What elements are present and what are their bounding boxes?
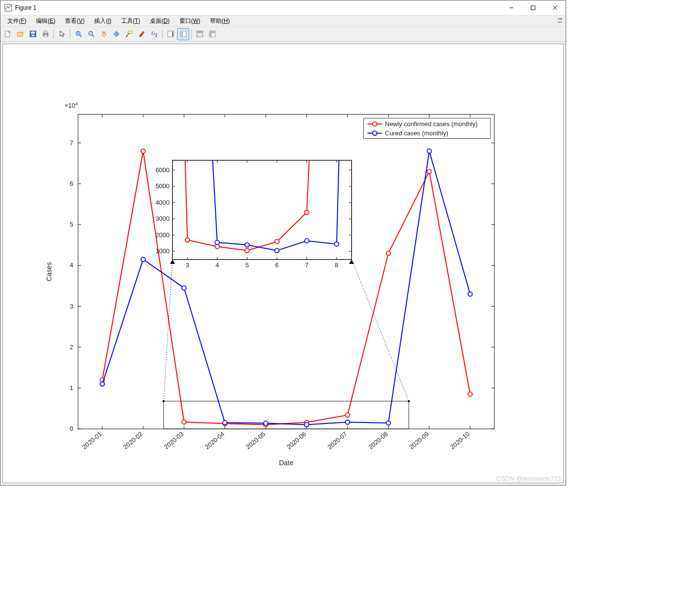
svg-text:3000: 3000 xyxy=(156,215,170,222)
svg-point-115 xyxy=(345,420,350,424)
app-icon xyxy=(4,4,12,12)
svg-text:7: 7 xyxy=(70,139,73,146)
svg-text:2020-09: 2020-09 xyxy=(408,430,430,451)
show-plot-tools-button[interactable] xyxy=(206,28,218,40)
menu-desktop[interactable]: 桌面(D) xyxy=(145,16,175,26)
svg-text:2020-10: 2020-10 xyxy=(449,430,471,451)
svg-text:3: 3 xyxy=(70,303,73,310)
svg-text:6: 6 xyxy=(275,261,278,269)
svg-point-23 xyxy=(115,33,117,35)
close-button[interactable] xyxy=(544,1,566,15)
link-button[interactable] xyxy=(148,28,160,40)
hide-plot-tools-button[interactable] xyxy=(194,28,206,40)
insert-legend-button[interactable] xyxy=(177,28,189,40)
svg-text:2020-05: 2020-05 xyxy=(244,430,267,451)
figure-area: 012345672020-012020-022020-032020-042020… xyxy=(0,42,566,485)
svg-point-117 xyxy=(427,149,431,153)
svg-text:1000: 1000 xyxy=(156,247,170,255)
svg-point-112 xyxy=(223,421,227,425)
svg-point-167 xyxy=(275,240,279,244)
svg-rect-127 xyxy=(173,160,352,260)
svg-point-181 xyxy=(373,131,377,135)
svg-text:1: 1 xyxy=(70,384,73,391)
svg-point-100 xyxy=(141,149,146,153)
menu-window[interactable]: 窗口(W) xyxy=(175,16,205,26)
svg-text:4000: 4000 xyxy=(156,199,170,206)
svg-text:Cured cases (monthly): Cured cases (monthly) xyxy=(385,130,448,137)
brush-button[interactable] xyxy=(135,28,147,40)
menu-bar: 文件(F) 编辑(E) 查看(V) 插入(I) 工具(T) 桌面(D) 窗口(W… xyxy=(0,16,566,27)
menu-file[interactable]: 文件(F) xyxy=(2,16,31,26)
svg-point-166 xyxy=(245,248,249,253)
save-button[interactable] xyxy=(27,28,39,40)
insert-colorbar-button[interactable] xyxy=(164,28,177,40)
svg-rect-31 xyxy=(172,35,173,36)
menu-view[interactable]: 查看(V) xyxy=(60,16,89,26)
data-cursor-button[interactable] xyxy=(123,28,135,40)
svg-text:3: 3 xyxy=(186,261,189,269)
svg-point-101 xyxy=(182,420,186,424)
svg-point-164 xyxy=(185,238,190,242)
svg-point-108 xyxy=(468,392,472,396)
svg-text:5: 5 xyxy=(245,261,249,269)
svg-point-114 xyxy=(305,422,309,427)
plot-svg: 012345672020-012020-022020-032020-042020… xyxy=(3,44,563,483)
svg-text:6000: 6000 xyxy=(156,166,170,174)
zoom-out-button[interactable] xyxy=(85,28,97,40)
svg-rect-32 xyxy=(180,31,186,37)
svg-text:4: 4 xyxy=(215,261,219,269)
edit-pointer-button[interactable] xyxy=(56,28,68,40)
new-button[interactable] xyxy=(1,28,14,40)
dock-arrow-icon[interactable] xyxy=(557,17,563,25)
svg-text:2020-03: 2020-03 xyxy=(163,430,185,451)
figure-canvas[interactable]: 012345672020-012020-022020-032020-042020… xyxy=(2,44,564,483)
svg-point-118 xyxy=(468,292,472,296)
svg-line-15 xyxy=(80,35,81,37)
svg-text:2020-06: 2020-06 xyxy=(285,430,308,451)
svg-rect-9 xyxy=(31,32,35,33)
menu-insert[interactable]: 插入(I) xyxy=(89,16,116,26)
svg-text:2020-01: 2020-01 xyxy=(81,430,103,451)
svg-text:7: 7 xyxy=(305,261,309,269)
menu-edit[interactable]: 编辑(E) xyxy=(31,16,60,26)
menu-tools[interactable]: 工具(T) xyxy=(116,16,145,26)
svg-point-168 xyxy=(305,210,309,214)
svg-text:8: 8 xyxy=(335,261,338,269)
svg-rect-3 xyxy=(531,6,535,10)
svg-text:0: 0 xyxy=(70,425,73,432)
svg-point-173 xyxy=(275,248,279,253)
toolbar xyxy=(0,27,566,42)
svg-text:2: 2 xyxy=(70,343,73,351)
svg-point-110 xyxy=(141,257,146,261)
open-button[interactable] xyxy=(14,28,26,40)
svg-point-113 xyxy=(263,421,268,425)
svg-point-105 xyxy=(345,413,350,417)
svg-text:2020-07: 2020-07 xyxy=(326,430,348,451)
window-title: Figure 1 xyxy=(15,4,36,11)
zoom-in-button[interactable] xyxy=(72,28,84,40)
minimize-button[interactable] xyxy=(500,1,522,15)
svg-text:4: 4 xyxy=(70,261,73,269)
svg-text:2020-04: 2020-04 xyxy=(203,430,226,451)
pan-button[interactable] xyxy=(98,28,110,40)
svg-rect-24 xyxy=(128,31,132,33)
maximize-button[interactable] xyxy=(522,1,544,15)
svg-text:5: 5 xyxy=(70,221,73,228)
svg-point-111 xyxy=(182,286,186,290)
svg-text:6: 6 xyxy=(70,180,73,187)
print-button[interactable] xyxy=(39,28,51,40)
svg-point-116 xyxy=(386,421,391,425)
title-bar: Figure 1 xyxy=(0,0,566,16)
svg-point-26 xyxy=(126,36,127,37)
menu-help[interactable]: 帮助(H) xyxy=(205,16,235,26)
svg-point-172 xyxy=(245,243,249,247)
svg-text:2020-08: 2020-08 xyxy=(367,430,389,451)
svg-point-174 xyxy=(305,239,309,243)
svg-point-106 xyxy=(386,251,391,256)
svg-point-107 xyxy=(427,169,431,174)
svg-line-19 xyxy=(92,35,94,37)
svg-text:Newly confirmed cases (monthly: Newly confirmed cases (monthly) xyxy=(385,120,478,128)
svg-text:2020-02: 2020-02 xyxy=(122,430,144,451)
rotate-button[interactable] xyxy=(110,28,122,40)
svg-rect-40 xyxy=(210,32,215,33)
